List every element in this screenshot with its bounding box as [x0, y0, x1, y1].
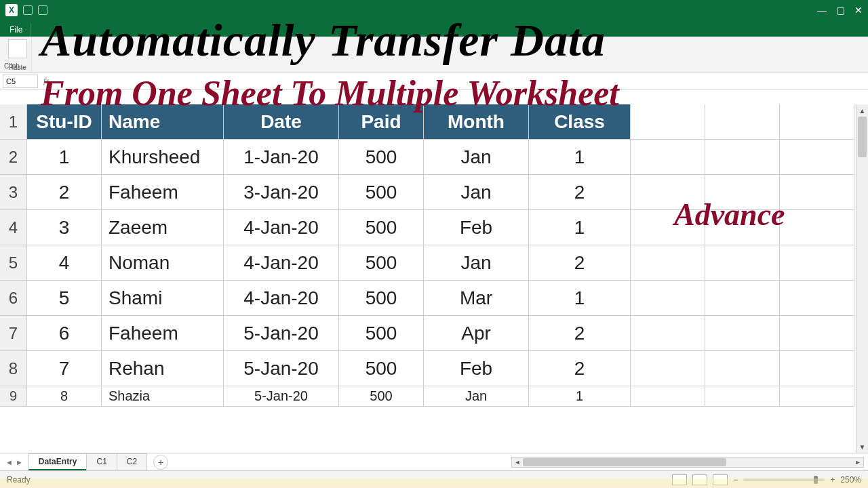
qat-undo-icon[interactable] — [38, 5, 47, 15]
cell[interactable] — [705, 175, 780, 210]
cell[interactable]: 500 — [339, 140, 424, 175]
cell[interactable] — [631, 210, 705, 245]
cell[interactable]: Jan — [424, 386, 529, 407]
cell[interactable] — [705, 210, 780, 245]
add-sheet-button[interactable]: + — [153, 455, 168, 470]
view-pagelayout-icon[interactable] — [692, 474, 707, 485]
cell[interactable]: 500 — [339, 386, 424, 407]
cell[interactable]: Noman — [102, 245, 224, 281]
cell[interactable]: 3 — [27, 210, 102, 245]
cell[interactable] — [705, 386, 780, 407]
cell[interactable] — [705, 351, 780, 386]
cell[interactable] — [705, 245, 780, 281]
cell[interactable]: 500 — [339, 175, 424, 210]
cell[interactable] — [705, 104, 780, 140]
row-header[interactable]: 1 — [0, 104, 27, 140]
cell[interactable]: 5-Jan-20 — [224, 386, 339, 407]
view-normal-icon[interactable] — [672, 474, 687, 485]
cell[interactable]: 7 — [27, 351, 102, 386]
cell[interactable] — [780, 386, 854, 407]
row-header[interactable]: 7 — [0, 316, 27, 351]
cell[interactable]: Rehan — [102, 351, 224, 386]
sheet-nav[interactable]: ◄ ► — [0, 458, 28, 466]
cell[interactable]: 1 — [27, 140, 102, 175]
cell[interactable]: Jan — [424, 140, 529, 175]
cell[interactable]: 6 — [27, 316, 102, 351]
scroll-right-icon[interactable]: ► — [852, 458, 863, 467]
cell[interactable] — [705, 281, 780, 316]
cell[interactable] — [631, 175, 705, 210]
window-close-icon[interactable]: ✕ — [854, 5, 863, 16]
row-header[interactable]: 2 — [0, 140, 27, 175]
cell[interactable]: 4-Jan-20 — [224, 210, 339, 245]
cell[interactable]: 4-Jan-20 — [224, 245, 339, 281]
cell[interactable]: Faheem — [102, 175, 224, 210]
cell[interactable]: Apr — [424, 316, 529, 351]
cell[interactable] — [631, 316, 705, 351]
cell[interactable] — [780, 210, 854, 245]
qat-save-icon[interactable] — [23, 5, 33, 15]
cell[interactable] — [780, 245, 854, 281]
cell[interactable]: 500 — [339, 245, 424, 281]
row-header[interactable]: 8 — [0, 351, 27, 386]
cell[interactable]: Jan — [424, 245, 529, 281]
cell[interactable]: 2 — [529, 245, 631, 281]
row-header[interactable]: 6 — [0, 281, 27, 316]
cell[interactable]: Mar — [424, 281, 529, 316]
cell[interactable]: 1 — [529, 140, 631, 175]
cell[interactable]: 5-Jan-20 — [224, 316, 339, 351]
file-tab[interactable]: File — [1, 23, 31, 37]
window-maximize-icon[interactable]: ▢ — [836, 5, 845, 16]
cell[interactable]: 1 — [529, 210, 631, 245]
cell[interactable]: 2 — [27, 175, 102, 210]
column-header[interactable]: Paid — [339, 104, 424, 140]
sheet-nav-next-icon[interactable]: ► — [16, 458, 23, 466]
scroll-up-icon[interactable]: ▲ — [856, 104, 868, 117]
cell[interactable] — [705, 316, 780, 351]
cell[interactable]: Feb — [424, 210, 529, 245]
cell[interactable]: 2 — [529, 175, 631, 210]
cell[interactable]: 4 — [27, 245, 102, 281]
cell[interactable] — [631, 245, 705, 281]
zoom-slider[interactable] — [743, 479, 825, 481]
sheet-tab[interactable]: DataEntry — [28, 453, 87, 470]
worksheet-grid[interactable]: 1Stu-IDNameDatePaidMonthClass21Khursheed… — [0, 104, 854, 453]
sheet-nav-prev-icon[interactable]: ◄ — [5, 458, 13, 466]
window-minimize-icon[interactable]: — — [817, 5, 827, 16]
column-header[interactable]: Month — [424, 104, 529, 140]
cell[interactable]: 4-Jan-20 — [224, 281, 339, 316]
zoom-in-button[interactable]: + — [830, 475, 835, 485]
horizontal-scrollbar[interactable]: ◄ ► — [511, 457, 864, 468]
fx-icon[interactable]: fx — [41, 76, 52, 86]
cell[interactable]: 500 — [339, 316, 424, 351]
cell[interactable]: 5-Jan-20 — [224, 351, 339, 386]
cell[interactable] — [780, 140, 854, 175]
view-pagebreak-icon[interactable] — [713, 474, 728, 485]
column-header[interactable]: Name — [102, 104, 224, 140]
cell[interactable]: Shazia — [102, 386, 224, 407]
cell[interactable]: 8 — [27, 386, 102, 407]
name-box[interactable] — [3, 75, 38, 88]
cell[interactable]: Khursheed — [102, 140, 224, 175]
zoom-level[interactable]: 250% — [840, 475, 861, 485]
cell[interactable]: 3-Jan-20 — [224, 175, 339, 210]
column-header[interactable]: Class — [529, 104, 631, 140]
cell[interactable]: 5 — [27, 281, 102, 316]
row-header[interactable]: 9 — [0, 386, 27, 407]
cell[interactable] — [780, 281, 854, 316]
cell[interactable] — [631, 351, 705, 386]
vertical-scrollbar[interactable]: ▲ ▼ — [856, 104, 868, 453]
scroll-left-icon[interactable]: ◄ — [512, 458, 523, 467]
vscroll-thumb[interactable] — [858, 117, 867, 157]
cell[interactable]: Shami — [102, 281, 224, 316]
paste-button[interactable] — [8, 39, 27, 58]
cell[interactable] — [631, 140, 705, 175]
cell[interactable]: Zaeem — [102, 210, 224, 245]
cell[interactable]: Feb — [424, 351, 529, 386]
cell[interactable] — [631, 281, 705, 316]
cell[interactable] — [631, 386, 705, 407]
sheet-tab[interactable]: C1 — [86, 453, 117, 470]
cell[interactable]: 1 — [529, 386, 631, 407]
cell[interactable]: Faheem — [102, 316, 224, 351]
cell[interactable] — [631, 104, 705, 140]
